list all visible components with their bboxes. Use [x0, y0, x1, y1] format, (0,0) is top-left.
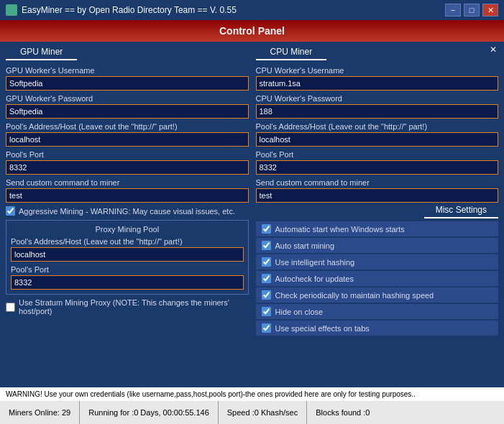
running-for-status: Running for :0 Days, 00:00:55.146 [80, 401, 219, 424]
misc-option-row: Hide on close [256, 304, 499, 319]
main-content: GPU Miner GPU Worker's Username GPU Work… [0, 42, 504, 379]
misc-option-checkbox-3[interactable] [262, 274, 271, 283]
gpu-password-label: GPU Worker's Password [6, 94, 249, 103]
use-proxy-checkbox[interactable] [6, 303, 15, 312]
cpu-password-input[interactable] [256, 104, 499, 119]
misc-option-row: Auto start mining [256, 238, 499, 253]
title-bar: EasyMiner == by Open Radio Directory Tea… [0, 0, 504, 20]
proxy-pool-address-input[interactable] [11, 247, 244, 262]
use-proxy-label: Use Stratum Mining Proxy (NOTE: This cha… [19, 298, 249, 315]
misc-options-list: Automatic start when Windows startsAuto … [256, 221, 499, 336]
gpu-username-label: GPU Worker's Username [6, 66, 249, 75]
cpu-miner-column: CPU Miner CPU Worker's Username CPU Work… [256, 45, 499, 337]
misc-option-label-6: Use special effects on tabs [275, 324, 370, 333]
cpu-pool-port-input[interactable] [256, 160, 499, 175]
gpu-tab-row: GPU Miner [6, 45, 249, 60]
misc-option-label-5: Hide on close [275, 308, 324, 316]
misc-option-row: Use intelligent hashing [256, 254, 499, 269]
misc-option-row: Use special effects on tabs [256, 321, 499, 336]
misc-settings-tab[interactable]: Misc Settings [424, 203, 498, 218]
misc-option-row: Check periodically to maintain hashing s… [256, 287, 499, 303]
misc-option-row: Autocheck for updates [256, 271, 499, 286]
gpu-miner-tab[interactable]: GPU Miner [6, 45, 77, 60]
misc-option-checkbox-0[interactable] [262, 224, 271, 234]
gpu-pool-address-input[interactable] [6, 132, 249, 147]
aggressive-mining-label: Aggressive Mining - WARNING: May cause v… [19, 207, 235, 216]
control-panel-title: Control Panel [219, 25, 285, 37]
proxy-section: Proxy Mining Pool Pool's Address/Host (L… [6, 220, 249, 295]
blocks-found-status: Blocks found :0 [307, 401, 378, 424]
app-icon [6, 4, 17, 16]
cpu-custom-command-label: Send custom command to miner [256, 178, 499, 187]
gpu-password-input[interactable] [6, 104, 249, 119]
cpu-pool-address-input[interactable] [256, 132, 499, 147]
aggressive-mining-row: Aggressive Mining - WARNING: May cause v… [6, 206, 249, 216]
close-button[interactable]: ✕ [482, 4, 498, 17]
cpu-password-label: CPU Worker's Password [256, 94, 499, 103]
aggressive-mining-checkbox[interactable] [6, 206, 15, 216]
maximize-button[interactable]: □ [464, 4, 480, 17]
minimize-button[interactable]: − [445, 4, 461, 17]
misc-option-checkbox-6[interactable] [262, 323, 271, 333]
misc-tab-row: Misc Settings [256, 203, 499, 218]
misc-option-label-2: Use intelligent hashing [275, 258, 355, 267]
cpu-miner-tab[interactable]: CPU Miner [256, 45, 327, 60]
speed-status: Speed :0 Khash/sec [219, 401, 307, 424]
misc-option-checkbox-4[interactable] [262, 290, 271, 300]
misc-option-checkbox-2[interactable] [262, 257, 271, 267]
cpu-tab-row: CPU Miner [256, 45, 499, 60]
gpu-pool-port-input[interactable] [6, 160, 249, 175]
panel-close-icon[interactable]: ✕ [490, 45, 497, 55]
gpu-miner-column: GPU Miner GPU Worker's Username GPU Work… [6, 45, 249, 337]
gpu-custom-command-label: Send custom command to miner [6, 178, 249, 187]
cpu-pool-address-label: Pool's Address/Host (Leave out the "http… [256, 122, 499, 131]
misc-option-checkbox-1[interactable] [262, 241, 271, 250]
cpu-custom-command-input[interactable] [256, 188, 499, 203]
status-bar: Miners Online: 29 Running for :0 Days, 0… [0, 401, 504, 424]
misc-option-row: Automatic start when Windows starts [256, 221, 499, 236]
warning-text: WARNING! Use your own credentials (like … [6, 390, 416, 398]
use-proxy-row: Use Stratum Mining Proxy (NOTE: This cha… [6, 298, 249, 315]
window-title: EasyMiner == by Open Radio Directory Tea… [22, 5, 445, 15]
gpu-pool-address-label: Pool's Address/Host (Leave out the "http… [6, 122, 249, 131]
gpu-username-input[interactable] [6, 76, 249, 91]
cpu-pool-port-label: Pool's Port [256, 150, 499, 159]
proxy-pool-address-label: Pool's Address/Host (Leave out the "http… [11, 237, 244, 246]
misc-option-label-3: Autocheck for updates [275, 275, 354, 283]
misc-option-checkbox-5[interactable] [262, 307, 271, 316]
gpu-pool-port-label: Pool's Port [6, 150, 249, 159]
cpu-username-input[interactable] [256, 76, 499, 91]
misc-option-label-4: Check periodically to maintain hashing s… [275, 291, 434, 300]
gpu-custom-command-input[interactable] [6, 188, 249, 203]
proxy-title: Proxy Mining Pool [11, 225, 244, 234]
misc-option-label-0: Automatic start when Windows starts [275, 225, 405, 234]
cpu-username-label: CPU Worker's Username [256, 66, 499, 75]
two-column-layout: GPU Miner GPU Worker's Username GPU Work… [6, 45, 498, 337]
miners-online-status: Miners Online: 29 [0, 401, 80, 424]
header-panel: Control Panel [0, 20, 504, 42]
warning-bar: WARNING! Use your own credentials (like … [0, 387, 504, 401]
misc-option-label-1: Auto start mining [275, 241, 335, 250]
proxy-pool-port-label: Pool's Port [11, 265, 244, 274]
proxy-pool-port-input[interactable] [11, 275, 244, 290]
window-controls: − □ ✕ [445, 4, 498, 17]
